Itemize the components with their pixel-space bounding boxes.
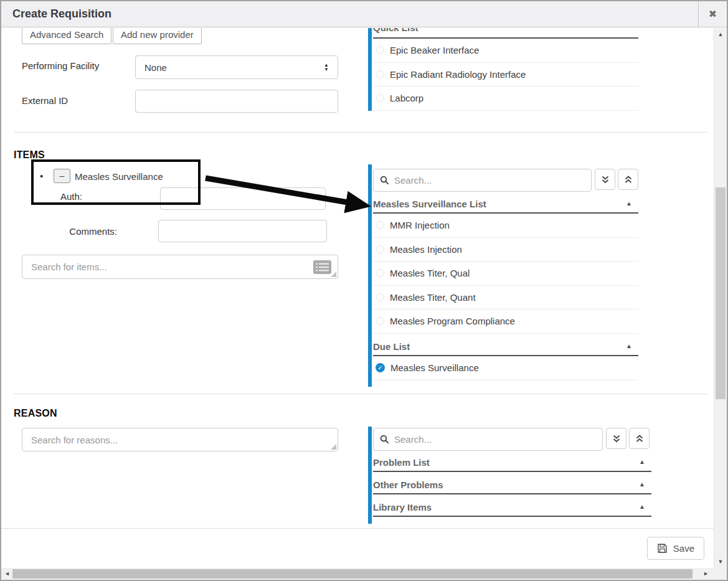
list-item[interactable]: Measles Injection: [373, 238, 638, 262]
double-chevron-up-icon: [624, 175, 633, 184]
vertical-scrollbar[interactable]: ▲ ▼: [714, 28, 727, 568]
radio-icon: [376, 46, 384, 54]
scroll-down-icon[interactable]: ▼: [714, 559, 727, 565]
close-icon[interactable]: ✖: [698, 1, 727, 27]
collapse-arrow-icon[interactable]: ▲: [639, 503, 645, 510]
measles-surveillance-list: MMR Injection Measles Injection Measles …: [373, 214, 638, 334]
collapse-arrow-icon[interactable]: ▲: [639, 458, 645, 465]
list-item[interactable]: Measles Titer, Quant: [373, 286, 638, 310]
due-list: ✓ Measles Surveillance: [373, 356, 638, 380]
list-item[interactable]: Epic Beaker Interface: [373, 39, 638, 63]
group-header-library-items: Library Items ▲: [373, 502, 651, 517]
resize-grip-icon[interactable]: [331, 444, 336, 450]
external-id-label: External ID: [22, 95, 68, 106]
dialog-title: Create Requisition: [12, 7, 111, 21]
save-disk-icon: [657, 543, 668, 554]
expand-all-button[interactable]: [595, 169, 615, 190]
checked-icon: ✓: [376, 363, 385, 372]
list-item-label: Measles Titer, Quant: [390, 292, 476, 303]
performing-facility-label: Performing Facility: [22, 60, 99, 71]
comments-input[interactable]: [158, 220, 327, 242]
search-for-items-input[interactable]: [22, 255, 338, 278]
list-item-label: Measles Titer, Qual: [390, 268, 470, 278]
reason-panel-search: [373, 428, 603, 451]
radio-icon: [376, 221, 384, 229]
list-item-label: MMR Injection: [390, 220, 450, 230]
expand-all-button[interactable]: [606, 428, 626, 449]
quick-list-accent-bar: [368, 28, 372, 111]
collapse-arrow-icon[interactable]: ▲: [639, 481, 645, 488]
select-arrows-icon: ▲▼: [324, 63, 329, 72]
radio-icon: [376, 70, 384, 78]
group-header-other-problems: Other Problems ▲: [373, 479, 651, 494]
reason-section-header: REASON: [14, 408, 57, 419]
external-id-input[interactable]: [135, 90, 338, 113]
double-chevron-down-icon: [612, 434, 621, 443]
reason-panel-search-input[interactable]: [394, 434, 596, 445]
list-item[interactable]: Epic Radiant Radiology Interface: [373, 63, 638, 87]
auth-input[interactable]: [160, 187, 326, 210]
performing-facility-value: None: [144, 62, 167, 73]
items-panel-accent-bar: [368, 164, 372, 387]
scroll-up-icon[interactable]: ▲: [714, 31, 727, 37]
reason-panel-accent-bar: [368, 427, 372, 524]
horizontal-scrollbar[interactable]: ◄ ►: [1, 568, 714, 580]
search-icon: [380, 176, 389, 185]
radio-icon: [376, 293, 384, 301]
radio-icon: [376, 245, 384, 253]
radio-icon: [376, 317, 384, 325]
group-header-due-list: Due List ▲: [373, 341, 638, 356]
list-item[interactable]: Labcorp: [373, 87, 638, 111]
items-panel-search-input[interactable]: [394, 175, 585, 186]
radio-icon: [376, 269, 384, 277]
list-item-label: Epic Beaker Interface: [390, 45, 479, 55]
collapse-all-button[interactable]: [618, 169, 638, 190]
list-item[interactable]: Measles Program Compliance: [373, 309, 638, 334]
search-icon: [380, 435, 389, 444]
items-section-header: ITEMS: [14, 149, 45, 161]
horizontal-scrollbar-thumb[interactable]: [12, 569, 693, 579]
collapse-arrow-icon[interactable]: ▲: [626, 200, 632, 207]
list-item-label: Measles Injection: [390, 244, 462, 255]
dialog-footer: Save: [1, 528, 714, 568]
section-divider: [14, 394, 707, 394]
group-header-problem-list: Problem List ▲: [373, 457, 651, 472]
save-button[interactable]: Save: [647, 537, 704, 560]
group-header-measles-surveillance-list: Measles Surveillance List ▲: [373, 199, 638, 214]
list-item[interactable]: Measles Titer, Qual: [373, 262, 638, 286]
scroll-right-icon[interactable]: ►: [703, 568, 709, 580]
dialog-titlebar: Create Requisition ✖: [1, 1, 727, 27]
bullet-icon: •: [40, 171, 43, 181]
advanced-search-button[interactable]: Advanced Search: [22, 28, 111, 44]
collapse-all-button[interactable]: [629, 428, 650, 449]
list-item-label: Measles Surveillance: [390, 362, 479, 373]
item-list-icon[interactable]: [313, 260, 332, 275]
list-item[interactable]: MMR Injection: [373, 214, 638, 238]
list-item-label: Measles Program Compliance: [390, 316, 515, 326]
scroll-left-icon[interactable]: ◄: [4, 568, 10, 580]
list-item-selected[interactable]: ✓ Measles Surveillance: [373, 356, 638, 380]
double-chevron-down-icon: [601, 175, 610, 184]
reason-search-area: [22, 428, 338, 451]
performing-facility-select[interactable]: None ▲▼: [135, 55, 338, 79]
list-item-label: Epic Radiant Radiology Interface: [390, 69, 526, 80]
dialog-content: Advanced Search Add new provider Perform…: [1, 28, 714, 568]
double-chevron-up-icon: [635, 434, 644, 443]
quick-list: Epic Beaker Interface Epic Radiant Radio…: [373, 39, 638, 111]
resize-grip-icon[interactable]: [331, 272, 336, 277]
list-item-label: Labcorp: [390, 93, 423, 103]
vertical-scrollbar-thumb[interactable]: [716, 187, 726, 399]
collapse-arrow-icon[interactable]: ▲: [626, 342, 632, 349]
auth-label: Auth:: [60, 191, 82, 202]
selected-item-label: Measles Surveillance: [75, 171, 163, 182]
add-new-provider-button[interactable]: Add new provider: [113, 28, 202, 44]
radio-icon: [376, 94, 384, 102]
comments-label: Comments:: [22, 226, 117, 237]
quick-list-header: Quick List: [373, 28, 638, 39]
items-panel-search: [373, 169, 592, 192]
create-requisition-dialog: Create Requisition ✖ Advanced Search Add…: [0, 0, 728, 581]
search-for-reasons-input[interactable]: [22, 428, 338, 451]
remove-item-button[interactable]: –: [54, 169, 70, 183]
save-button-label: Save: [673, 543, 694, 554]
scrollbar-corner: [714, 568, 727, 580]
